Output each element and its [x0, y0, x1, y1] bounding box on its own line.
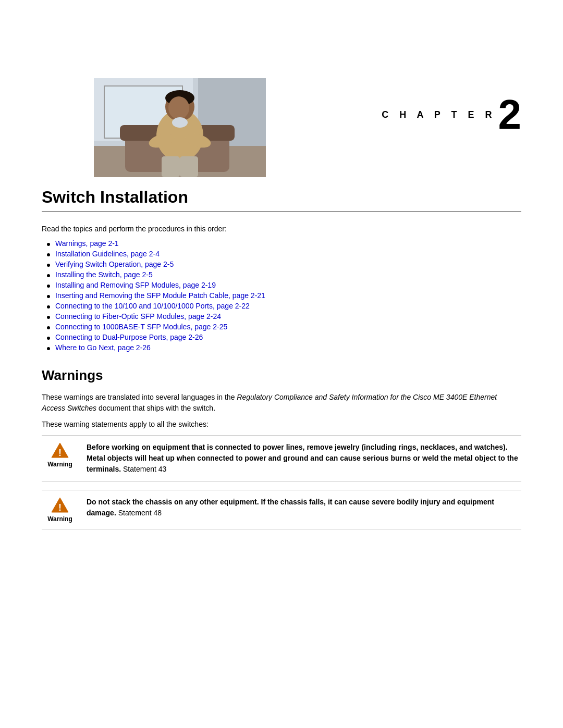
toc-link-where-to-go[interactable]: Where to Go Next, page 2-26: [55, 343, 151, 352]
warnings-section-title: Warnings: [42, 367, 521, 384]
bullet: [47, 305, 50, 309]
toc-list: Warnings, page 2-1 Installation Guidelin…: [42, 239, 521, 352]
bullet: [47, 243, 50, 246]
list-item: Connecting to Dual-Purpose Ports, page 2…: [47, 333, 521, 341]
toc-link-1000base-t[interactable]: Connecting to 1000BASE-T SFP Modules, pa…: [55, 323, 227, 331]
bullet: [47, 326, 50, 329]
bullet: [47, 285, 50, 288]
toc-link-installing-switch[interactable]: Installing the Switch, page 2-5: [55, 270, 153, 279]
toc-link-dual-purpose[interactable]: Connecting to Dual-Purpose Ports, page 2…: [55, 333, 203, 341]
warning-triangle-icon-2: !: [51, 497, 69, 513]
bullet: [47, 274, 50, 277]
toc-link-fiber-optic[interactable]: Connecting to Fiber-Optic SFP Modules, p…: [55, 312, 221, 320]
warning-box-1: ! Warning Before working on equipment th…: [42, 435, 521, 482]
toc-link-sfp-patch-cable[interactable]: Inserting and Removing the SFP Module Pa…: [55, 291, 265, 300]
bullet: [47, 337, 50, 340]
toc-link-installation-guidelines[interactable]: Installation Guidelines, page 2-4: [55, 250, 160, 258]
list-item: Connecting to the 10/100 and 10/100/1000…: [47, 302, 521, 310]
list-item: Connecting to Fiber-Optic SFP Modules, p…: [47, 312, 521, 320]
list-item: Verifying Switch Operation, page 2-5: [47, 260, 521, 268]
toc-link-10-100-ports[interactable]: Connecting to the 10/100 and 10/100/1000…: [55, 302, 250, 310]
warning-icon-area-2: ! Warning: [42, 497, 78, 523]
chapter-label-area: C H A P T E R 2: [0, 78, 563, 146]
toc-link-warnings[interactable]: Warnings, page 2-1: [55, 239, 119, 248]
title-rule: [42, 211, 521, 212]
warnings-description-1: These warnings are translated into sever…: [42, 392, 521, 414]
warning-label-1: Warning: [47, 461, 72, 468]
warning-box-2: ! Warning Do not stack the chassis on an…: [42, 490, 521, 529]
page-title: Switch Installation: [42, 188, 521, 207]
intro-text: Read the topics and perform the procedur…: [42, 225, 521, 233]
bullet: [47, 295, 50, 298]
svg-rect-15: [180, 156, 198, 177]
warning-icon-area-1: ! Warning: [42, 442, 78, 468]
bullet: [47, 264, 50, 267]
bullet: [47, 316, 50, 319]
chapter-number: 2: [498, 94, 522, 135]
warning-content-1: Before working on equipment that is conn…: [87, 442, 521, 475]
bullet: [47, 253, 50, 256]
svg-text:!: !: [58, 502, 62, 513]
svg-text:!: !: [58, 448, 62, 458]
list-item: Connecting to 1000BASE-T SFP Modules, pa…: [47, 323, 521, 331]
bullet: [47, 347, 50, 350]
chapter-text: C H A P T E R: [382, 109, 496, 120]
list-item: Where to Go Next, page 2-26: [47, 343, 521, 352]
toc-link-sfp-modules[interactable]: Installing and Removing SFP Modules, pag…: [55, 281, 216, 289]
svg-rect-14: [162, 156, 180, 177]
list-item: Installation Guidelines, page 2-4: [47, 250, 521, 258]
warning-label-2: Warning: [47, 515, 72, 523]
list-item: Installing and Removing SFP Modules, pag…: [47, 281, 521, 289]
warning-content-2: Do not stack the chassis on any other eq…: [87, 497, 521, 519]
warnings-description-2: These warning statements apply to all th…: [42, 419, 521, 430]
warning-triangle-icon-1: !: [51, 442, 69, 459]
list-item: Inserting and Removing the SFP Module Pa…: [47, 291, 521, 300]
list-item: Warnings, page 2-1: [47, 239, 521, 248]
list-item: Installing the Switch, page 2-5: [47, 270, 521, 279]
toc-link-verifying-switch[interactable]: Verifying Switch Operation, page 2-5: [55, 260, 174, 268]
